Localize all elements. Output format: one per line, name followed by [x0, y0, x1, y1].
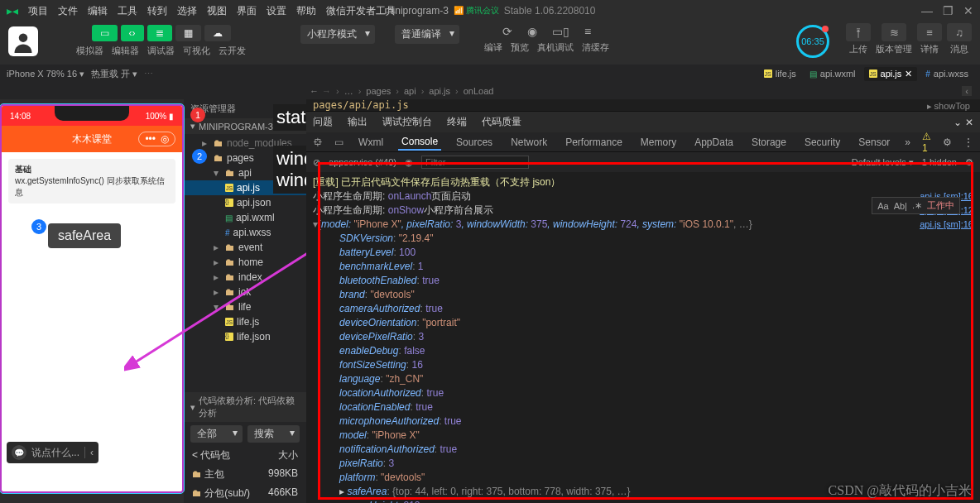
rt-btn[interactable]: ♫: [947, 23, 972, 41]
rt-btn[interactable]: ≋: [882, 23, 906, 41]
panel-tab[interactable]: 输出: [348, 115, 368, 129]
dt-tab-wxml[interactable]: Wxml: [355, 135, 387, 150]
device-select[interactable]: iPhone X 78% 16 ▾: [7, 69, 84, 79]
remote-debug-icon[interactable]: ▭▯: [552, 25, 569, 38]
phone-titlebar: 木木课堂 •••◎: [2, 126, 182, 152]
menu-item[interactable]: 项目: [28, 4, 48, 18]
more-tabs[interactable]: »: [905, 137, 910, 148]
tree-item[interactable]: ▤ api.wxml: [184, 210, 306, 225]
menu-item[interactable]: 转到: [147, 4, 167, 18]
crumb-item[interactable]: …: [344, 86, 353, 96]
win-minimize[interactable]: —: [921, 4, 933, 17]
tree-item[interactable]: {} life.json: [184, 329, 306, 344]
badge-3: 3: [31, 219, 46, 234]
min-icon[interactable]: ⌄: [954, 117, 962, 128]
crumb-item[interactable]: api: [404, 86, 416, 96]
panel-tab[interactable]: 终端: [447, 115, 467, 129]
crumb-item[interactable]: api.js: [429, 86, 450, 96]
panel-tab[interactable]: 代码质量: [482, 115, 521, 129]
dt-tab-console[interactable]: Console: [398, 134, 441, 151]
find-bar[interactable]: Aa Ab| .∗ 工作中: [872, 197, 960, 214]
tree-item[interactable]: # api.wxss: [184, 225, 306, 240]
win-maximize[interactable]: ❐: [943, 4, 954, 17]
tree-item[interactable]: JS life.js: [184, 314, 306, 329]
compile-select[interactable]: 普通编译: [395, 25, 459, 44]
dt-tab-memory[interactable]: Memory: [637, 135, 680, 150]
menu-item[interactable]: 文件: [58, 4, 78, 18]
phone-card[interactable]: 基础 wx.getSystemInfoSync() 同步获取系统信息: [8, 159, 175, 204]
menu-item[interactable]: 工具: [118, 4, 137, 18]
panel-tab[interactable]: 调试控制台: [382, 115, 432, 129]
filter-all[interactable]: 全部: [190, 425, 243, 443]
tree-item[interactable]: ▸🖿 index: [184, 270, 306, 285]
rt-btn[interactable]: ≡: [917, 23, 942, 41]
crumb-item[interactable]: onLoad: [464, 86, 494, 96]
app-logo: ▸◂: [7, 4, 18, 17]
debugger-toggle[interactable]: ≣: [147, 25, 172, 41]
preview-icon[interactable]: ◉: [527, 25, 537, 38]
dt-settings-icon[interactable]: ⚙: [943, 137, 952, 148]
file-tab[interactable]: #api.wxss: [920, 67, 973, 81]
file-tab[interactable]: JSlife.js: [759, 67, 801, 81]
user-avatar[interactable]: [8, 26, 38, 56]
cloud-toggle[interactable]: ☁: [204, 25, 231, 41]
dt-tab-sources[interactable]: Sources: [453, 135, 496, 150]
crumb-back[interactable]: ←: [310, 86, 319, 96]
tree-item[interactable]: ▸🖿 event: [184, 240, 306, 255]
settings-icon[interactable]: ⚙: [965, 157, 973, 168]
tree-item[interactable]: ▾🖿 life: [184, 299, 306, 314]
close-icon[interactable]: ✕: [905, 69, 912, 79]
find-aa[interactable]: Aa: [877, 201, 888, 211]
rt-btn[interactable]: ⭱: [846, 23, 871, 41]
tree-item[interactable]: {} api.json: [184, 195, 306, 210]
chat-collapse[interactable]: ‹: [84, 447, 94, 458]
pack-row[interactable]: 🖿 主包998KB: [184, 465, 306, 484]
menu-item[interactable]: 编辑: [88, 4, 108, 18]
dt-tab-security[interactable]: Security: [801, 135, 843, 150]
inspect-icon[interactable]: ⯐: [313, 137, 323, 148]
crumb-item[interactable]: pages: [366, 86, 391, 96]
visual-toggle[interactable]: ▦: [175, 25, 201, 41]
menu-item[interactable]: 选择: [177, 4, 197, 18]
find-ab[interactable]: Ab|: [894, 201, 907, 211]
dt-tab-sensor[interactable]: Sensor: [855, 135, 893, 150]
win-close[interactable]: ✕: [963, 4, 973, 17]
dep-section[interactable]: ▾ 代码依赖分析: 代码依赖分析: [184, 392, 306, 422]
console-output[interactable]: [重载] 已开启代码文件保存后自动热重载（不支持 json）小程序生命周期: o…: [306, 172, 980, 503]
mode-select[interactable]: 小程序模式: [300, 25, 375, 44]
clear-icon[interactable]: ⊘: [313, 157, 320, 168]
menu-item[interactable]: 界面: [237, 4, 257, 18]
filter-search[interactable]: 搜索: [247, 425, 300, 443]
device-icon[interactable]: ▭: [334, 137, 343, 148]
dt-tab-network[interactable]: Network: [507, 135, 550, 150]
capsule[interactable]: •••◎: [138, 132, 175, 146]
source-link[interactable]: api.js [sm]:16: [915, 218, 973, 232]
file-tab[interactable]: JSapi.js ✕: [864, 67, 918, 81]
dt-more-icon[interactable]: ⋮: [963, 137, 973, 148]
dt-tab-appdata[interactable]: AppData: [691, 135, 737, 150]
close-icon[interactable]: ✕: [965, 117, 973, 128]
levels-select[interactable]: Default levels ▾: [852, 157, 914, 168]
file-tab[interactable]: ▤api.wxml: [805, 67, 861, 81]
eye-icon[interactable]: ◉: [405, 157, 413, 168]
panel-tab[interactable]: 问题: [313, 115, 333, 129]
clear-cache-icon[interactable]: ≡: [584, 25, 591, 38]
pack-row[interactable]: 🖿 分包(sub/)466KB: [184, 484, 306, 503]
context-select[interactable]: appservice (#40): [329, 157, 396, 167]
simulator-toggle[interactable]: ▭: [92, 25, 118, 41]
editor-toggle[interactable]: ‹›: [121, 25, 144, 41]
hot-reload-select[interactable]: 热重载 开 ▾: [91, 68, 137, 80]
crumb-fwd[interactable]: →: [322, 86, 331, 96]
compile-icon[interactable]: ⟳: [502, 25, 512, 38]
find-re[interactable]: .∗: [912, 200, 922, 211]
menu-item[interactable]: 设置: [267, 4, 286, 18]
dt-tab-performance[interactable]: Performance: [562, 135, 626, 150]
dt-tab-storage[interactable]: Storage: [748, 135, 790, 150]
filter-input[interactable]: [421, 156, 529, 169]
tree-item[interactable]: ▸🖿 home: [184, 255, 306, 270]
tree-item[interactable]: ▸🖿 jok: [184, 285, 306, 299]
menu-item[interactable]: 视图: [207, 4, 227, 18]
menu-item[interactable]: 帮助: [296, 4, 316, 18]
chat-bar[interactable]: 💬 说点什么... ‹: [7, 442, 98, 463]
crumb-right-arrow[interactable]: ‹: [962, 86, 972, 96]
